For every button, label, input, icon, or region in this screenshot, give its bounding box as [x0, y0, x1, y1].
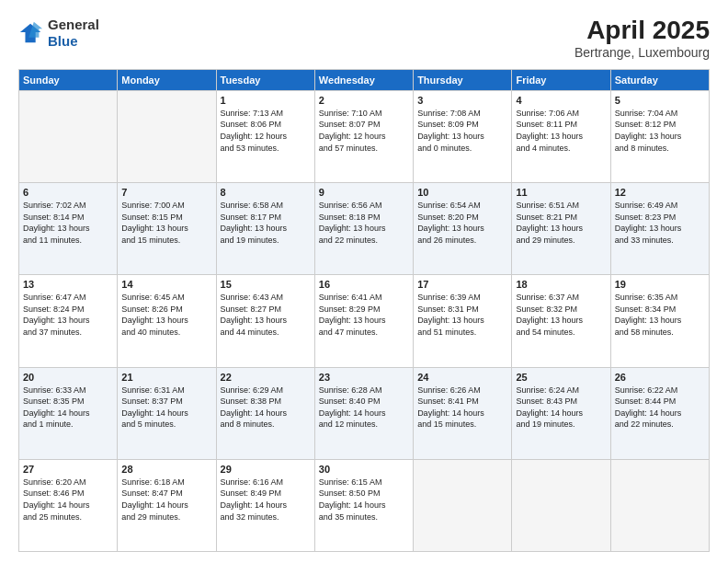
day-number: 10: [417, 187, 507, 198]
day-number: 6: [23, 187, 113, 198]
calendar-cell: 10Sunrise: 6:54 AM Sunset: 8:20 PM Dayli…: [414, 183, 512, 275]
day-info: Sunrise: 6:18 AM Sunset: 8:47 PM Dayligh…: [121, 477, 211, 523]
calendar-cell: 27Sunrise: 6:20 AM Sunset: 8:46 PM Dayli…: [19, 459, 118, 551]
day-info: Sunrise: 6:31 AM Sunset: 8:37 PM Dayligh…: [121, 385, 211, 431]
header-cell-saturday: Saturday: [610, 69, 709, 90]
header-cell-tuesday: Tuesday: [216, 69, 314, 90]
calendar-title: April 2025: [574, 17, 710, 45]
calendar-cell: 13Sunrise: 6:47 AM Sunset: 8:24 PM Dayli…: [19, 275, 118, 367]
day-number: 8: [221, 187, 311, 198]
calendar-cell: 18Sunrise: 6:37 AM Sunset: 8:32 PM Dayli…: [512, 275, 610, 367]
calendar-week-3: 13Sunrise: 6:47 AM Sunset: 8:24 PM Dayli…: [19, 275, 710, 367]
calendar-cell: 1Sunrise: 7:13 AM Sunset: 8:06 PM Daylig…: [216, 90, 314, 182]
day-info: Sunrise: 7:04 AM Sunset: 8:12 PM Dayligh…: [615, 108, 705, 154]
day-info: Sunrise: 6:37 AM Sunset: 8:32 PM Dayligh…: [516, 292, 606, 338]
title-block: April 2025 Bertrange, Luxembourg: [574, 17, 710, 60]
calendar-cell: 14Sunrise: 6:45 AM Sunset: 8:26 PM Dayli…: [118, 275, 216, 367]
calendar-cell: [118, 90, 216, 182]
day-number: 24: [417, 372, 507, 383]
day-number: 13: [23, 279, 113, 290]
header-cell-wednesday: Wednesday: [314, 69, 413, 90]
day-info: Sunrise: 6:56 AM Sunset: 8:18 PM Dayligh…: [319, 200, 409, 246]
day-number: 9: [319, 187, 409, 198]
day-info: Sunrise: 7:06 AM Sunset: 8:11 PM Dayligh…: [516, 108, 606, 154]
calendar-cell: 17Sunrise: 6:39 AM Sunset: 8:31 PM Dayli…: [414, 275, 512, 367]
calendar-cell: [19, 90, 118, 182]
calendar-cell: 15Sunrise: 6:43 AM Sunset: 8:27 PM Dayli…: [216, 275, 314, 367]
day-number: 1: [221, 95, 311, 106]
calendar-cell: 7Sunrise: 7:00 AM Sunset: 8:15 PM Daylig…: [118, 183, 216, 275]
calendar-cell: 25Sunrise: 6:24 AM Sunset: 8:43 PM Dayli…: [512, 367, 610, 459]
day-number: 12: [615, 187, 705, 198]
calendar-cell: [512, 459, 610, 551]
logo-text: General Blue: [48, 17, 99, 50]
day-number: 16: [319, 279, 409, 290]
calendar-cell: 6Sunrise: 7:02 AM Sunset: 8:14 PM Daylig…: [19, 183, 118, 275]
day-number: 17: [417, 279, 507, 290]
calendar-cell: 28Sunrise: 6:18 AM Sunset: 8:47 PM Dayli…: [118, 459, 216, 551]
day-number: 5: [615, 95, 705, 106]
day-info: Sunrise: 7:02 AM Sunset: 8:14 PM Dayligh…: [23, 200, 113, 246]
logo: General Blue: [18, 17, 99, 50]
day-info: Sunrise: 6:22 AM Sunset: 8:44 PM Dayligh…: [615, 385, 705, 431]
day-number: 27: [23, 464, 113, 475]
day-info: Sunrise: 6:35 AM Sunset: 8:34 PM Dayligh…: [615, 292, 705, 338]
day-info: Sunrise: 7:08 AM Sunset: 8:09 PM Dayligh…: [417, 108, 507, 154]
header-cell-thursday: Thursday: [414, 69, 512, 90]
day-number: 23: [319, 372, 409, 383]
day-number: 18: [516, 279, 606, 290]
calendar-cell: [414, 459, 512, 551]
day-number: 26: [615, 372, 705, 383]
day-number: 4: [516, 95, 606, 106]
day-info: Sunrise: 6:15 AM Sunset: 8:50 PM Dayligh…: [319, 477, 409, 523]
day-info: Sunrise: 6:49 AM Sunset: 8:23 PM Dayligh…: [615, 200, 705, 246]
day-info: Sunrise: 7:00 AM Sunset: 8:15 PM Dayligh…: [121, 200, 211, 246]
day-number: 2: [319, 95, 409, 106]
calendar-cell: 9Sunrise: 6:56 AM Sunset: 8:18 PM Daylig…: [314, 183, 413, 275]
day-number: 22: [221, 372, 311, 383]
header-cell-sunday: Sunday: [19, 69, 118, 90]
day-number: 15: [221, 279, 311, 290]
day-info: Sunrise: 6:29 AM Sunset: 8:38 PM Dayligh…: [221, 385, 311, 431]
day-info: Sunrise: 6:39 AM Sunset: 8:31 PM Dayligh…: [417, 292, 507, 338]
day-info: Sunrise: 6:51 AM Sunset: 8:21 PM Dayligh…: [516, 200, 606, 246]
day-info: Sunrise: 6:54 AM Sunset: 8:20 PM Dayligh…: [417, 200, 507, 246]
header-cell-monday: Monday: [118, 69, 216, 90]
calendar-cell: 30Sunrise: 6:15 AM Sunset: 8:50 PM Dayli…: [314, 459, 413, 551]
day-info: Sunrise: 6:58 AM Sunset: 8:17 PM Dayligh…: [221, 200, 311, 246]
day-info: Sunrise: 6:24 AM Sunset: 8:43 PM Dayligh…: [516, 385, 606, 431]
calendar-cell: 8Sunrise: 6:58 AM Sunset: 8:17 PM Daylig…: [216, 183, 314, 275]
calendar-cell: 11Sunrise: 6:51 AM Sunset: 8:21 PM Dayli…: [512, 183, 610, 275]
calendar-cell: 5Sunrise: 7:04 AM Sunset: 8:12 PM Daylig…: [610, 90, 709, 182]
calendar-cell: 21Sunrise: 6:31 AM Sunset: 8:37 PM Dayli…: [118, 367, 216, 459]
day-info: Sunrise: 6:47 AM Sunset: 8:24 PM Dayligh…: [23, 292, 113, 338]
day-info: Sunrise: 6:43 AM Sunset: 8:27 PM Dayligh…: [221, 292, 311, 338]
day-info: Sunrise: 6:45 AM Sunset: 8:26 PM Dayligh…: [121, 292, 211, 338]
day-info: Sunrise: 6:26 AM Sunset: 8:41 PM Dayligh…: [417, 385, 507, 431]
calendar-subtitle: Bertrange, Luxembourg: [574, 45, 710, 60]
day-number: 21: [121, 372, 211, 383]
header-cell-friday: Friday: [512, 69, 610, 90]
calendar-table: SundayMondayTuesdayWednesdayThursdayFrid…: [18, 69, 710, 552]
day-number: 14: [121, 279, 211, 290]
calendar-week-5: 27Sunrise: 6:20 AM Sunset: 8:46 PM Dayli…: [19, 459, 710, 551]
calendar-cell: 20Sunrise: 6:33 AM Sunset: 8:35 PM Dayli…: [19, 367, 118, 459]
day-number: 29: [221, 464, 311, 475]
logo-icon: [18, 20, 44, 46]
day-info: Sunrise: 6:20 AM Sunset: 8:46 PM Dayligh…: [23, 477, 113, 523]
day-number: 20: [23, 372, 113, 383]
calendar-cell: 3Sunrise: 7:08 AM Sunset: 8:09 PM Daylig…: [414, 90, 512, 182]
calendar-cell: 26Sunrise: 6:22 AM Sunset: 8:44 PM Dayli…: [610, 367, 709, 459]
calendar-week-2: 6Sunrise: 7:02 AM Sunset: 8:14 PM Daylig…: [19, 183, 710, 275]
calendar-cell: 29Sunrise: 6:16 AM Sunset: 8:49 PM Dayli…: [216, 459, 314, 551]
calendar-cell: 4Sunrise: 7:06 AM Sunset: 8:11 PM Daylig…: [512, 90, 610, 182]
day-info: Sunrise: 6:33 AM Sunset: 8:35 PM Dayligh…: [23, 385, 113, 431]
day-number: 25: [516, 372, 606, 383]
day-number: 3: [417, 95, 507, 106]
calendar-cell: [610, 459, 709, 551]
calendar-cell: 2Sunrise: 7:10 AM Sunset: 8:07 PM Daylig…: [314, 90, 413, 182]
calendar-cell: 12Sunrise: 6:49 AM Sunset: 8:23 PM Dayli…: [610, 183, 709, 275]
calendar-cell: 16Sunrise: 6:41 AM Sunset: 8:29 PM Dayli…: [314, 275, 413, 367]
day-info: Sunrise: 7:10 AM Sunset: 8:07 PM Dayligh…: [319, 108, 409, 154]
calendar-week-4: 20Sunrise: 6:33 AM Sunset: 8:35 PM Dayli…: [19, 367, 710, 459]
